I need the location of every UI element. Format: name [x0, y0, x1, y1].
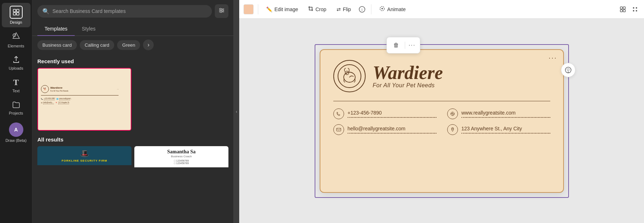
svg-rect-1	[17, 9, 19, 12]
card-container: 🗑 ··· ···	[315, 44, 569, 198]
mini-web: 🌐 www.reallygreat...	[56, 98, 72, 100]
svg-rect-2	[13, 13, 16, 15]
card-more-button[interactable]: ···	[548, 54, 557, 62]
chip-business-card[interactable]: Business card	[37, 40, 77, 50]
uploads-icon	[12, 55, 20, 65]
sidebar-item-text[interactable]: T Text	[2, 75, 31, 96]
chip-more[interactable]: ›	[143, 40, 154, 50]
svg-point-22	[636, 10, 637, 11]
recently-used-grid: 🐕 Wardiere For All Your Pet Needs ··· 📞 …	[37, 68, 228, 131]
white-card-role: Business Coach	[171, 155, 192, 158]
teal-card-preview: 🎩 FORKLINE SECURITY FIRM	[37, 146, 131, 165]
card-contact-email: hello@reallygreatsite.com	[333, 124, 436, 135]
all-results-title: All results	[37, 136, 228, 143]
card-preview[interactable]: ···	[320, 49, 564, 193]
mini-contact-row-2: ✉ hello@really... 📍 12.3 Angake St.	[41, 102, 119, 104]
teal-title: FORKLINE SECURITY FIRM	[61, 159, 107, 162]
svg-rect-16	[623, 7, 625, 9]
recently-used-thumb-1[interactable]: 🐕 Wardiere For All Your Pet Needs ··· 📞 …	[37, 68, 131, 131]
animate-button[interactable]: Animate	[376, 4, 409, 15]
search-input[interactable]	[52, 8, 207, 14]
crop-button[interactable]: Crop	[305, 4, 330, 14]
sidebar-item-projects-label: Projects	[9, 111, 23, 115]
mini-brand-text: Wardiere For All Your Pet Needs	[50, 87, 68, 92]
flip-button[interactable]: ⇄ Flip	[333, 4, 355, 14]
white-card-phone2: □ 123456789	[174, 162, 189, 164]
svg-point-21	[633, 10, 634, 11]
mini-phone-text: +123-456-1890	[44, 98, 55, 99]
search-bar: 🔍	[32, 0, 233, 22]
animate-icon	[379, 6, 385, 13]
sidebar-item-design[interactable]: Design	[2, 3, 31, 27]
toolbar-divider-1	[258, 4, 258, 14]
filter-button[interactable]	[215, 4, 228, 18]
chip-green[interactable]: Green	[117, 40, 140, 50]
toolbar-right-icon-1[interactable]	[618, 5, 627, 14]
svg-point-28	[346, 73, 347, 74]
sidebar-item-uploads[interactable]: Uploads	[2, 52, 31, 73]
card-address-text: 123 Anywhere St., Any City	[462, 126, 550, 131]
result-thumb-teal[interactable]: 🎩 FORKLINE SECURITY FIRM	[37, 146, 131, 209]
flip-label: Flip	[343, 6, 351, 12]
sidebar-item-elements[interactable]: Elements	[2, 29, 31, 51]
card-phone-value: +123-456-7890	[348, 110, 436, 118]
toolbar-divider-2	[371, 4, 371, 14]
projects-icon	[12, 100, 20, 110]
toolbar-right	[618, 5, 640, 14]
panel-content: Recently used 🐕 Wardiere For All Your Pe…	[32, 54, 233, 223]
email-icon	[333, 124, 344, 135]
globe-icon	[447, 108, 458, 119]
sidebar-item-draw-label: Draw (Beta)	[5, 138, 27, 143]
animate-label: Animate	[387, 6, 406, 12]
design-icon	[10, 6, 23, 19]
card-phone-text: +123-456-7890	[348, 110, 436, 116]
info-button[interactable]: i	[357, 5, 367, 14]
chevron-left-icon: ‹	[236, 109, 237, 114]
edit-image-button[interactable]: ✏️ Edit image	[263, 4, 302, 14]
card-email-value: hello@reallygreatsite.com	[348, 126, 436, 134]
svg-point-32	[452, 129, 453, 130]
svg-rect-18	[623, 10, 625, 12]
color-swatch[interactable]	[244, 4, 254, 14]
card-contact-address: 123 Anywhere St., Any City	[447, 124, 550, 135]
toolbar-right-icon-2[interactable]	[630, 5, 640, 14]
white-card-preview: Samantha Sa Business Coach □ 123456789 □…	[134, 146, 228, 167]
card-logo	[333, 60, 366, 92]
sidebar-item-text-label: Text	[12, 89, 19, 93]
search-input-wrap[interactable]: 🔍	[37, 5, 212, 18]
search-icon: 🔍	[42, 8, 50, 15]
sidebar-item-draw[interactable]: A Draw (Beta)	[2, 120, 31, 145]
result-thumb-white[interactable]: Samantha Sa Business Coach □ 123456789 □…	[134, 146, 228, 209]
svg-rect-15	[620, 7, 622, 9]
crop-icon	[308, 6, 313, 12]
floating-popup: 🗑 ···	[386, 37, 420, 54]
mini-phone: 📞 +123-456-1890	[41, 98, 55, 100]
recently-used-title: Recently used	[37, 58, 228, 64]
mini-divider	[41, 95, 119, 96]
mini-brand-name: Wardiere	[50, 87, 68, 90]
svg-rect-3	[17, 13, 19, 15]
tab-styles[interactable]: Styles	[75, 22, 103, 36]
card-brand-sub: For All Your Pet Needs	[373, 82, 443, 89]
svg-rect-31	[337, 128, 341, 131]
card-brand: Wardiere For All Your Pet Needs	[373, 64, 443, 89]
location-icon	[447, 124, 458, 135]
mini-addr-text: 12.3 Angake St.	[58, 102, 70, 103]
card-contact-phone-row: +123-456-7890	[333, 108, 436, 119]
chip-calling-card[interactable]: Calling card	[80, 40, 115, 50]
elements-icon	[12, 32, 20, 42]
panel-collapse-handle[interactable]: ‹	[233, 0, 239, 223]
mini-brand-sub: For All Your Pet Needs	[50, 90, 68, 92]
canvas-content[interactable]: 🗑 ··· ···	[239, 19, 644, 223]
mini-more: ···	[117, 88, 119, 90]
card-contacts: +123-456-7890	[333, 108, 550, 135]
sidebar-item-projects[interactable]: Projects	[2, 97, 31, 118]
delete-button[interactable]: 🗑	[391, 40, 401, 50]
panel-tabs: Templates Styles	[32, 22, 233, 36]
tab-templates[interactable]: Templates	[37, 22, 75, 36]
flip-icon: ⇄	[337, 6, 341, 12]
svg-point-19	[633, 7, 634, 9]
card-address-value: 123 Anywhere St., Any City	[462, 126, 550, 134]
popup-more-button[interactable]: ···	[409, 42, 416, 48]
comment-button[interactable]	[561, 63, 575, 77]
